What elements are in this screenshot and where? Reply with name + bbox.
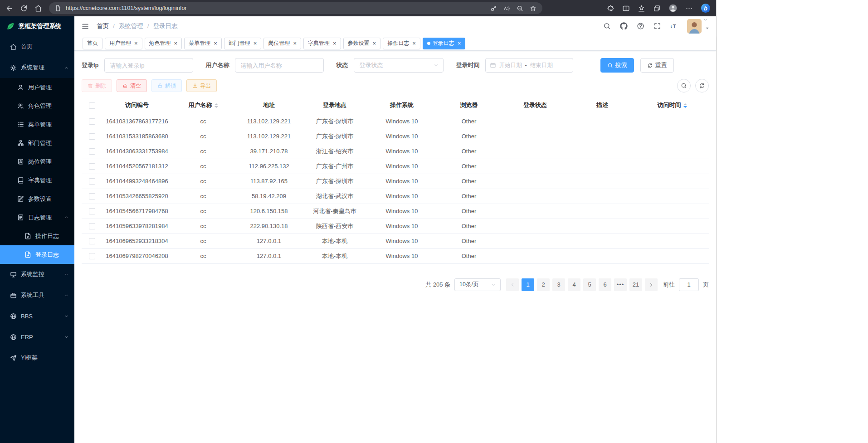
table-row[interactable]: 1641031367863177216cc113.102.129.221广东省-…: [82, 114, 709, 129]
table-row[interactable]: 1641054566717984768cc120.6.150.158河北省-秦皇…: [82, 204, 709, 219]
tab-close-icon[interactable]: ×: [412, 40, 416, 46]
export-button[interactable]: 导出: [186, 79, 217, 92]
hamburger-icon[interactable]: [81, 22, 89, 30]
status-select[interactable]: 登录状态: [354, 58, 444, 73]
tab-close-icon[interactable]: ×: [293, 40, 297, 46]
sidebar-item-yi-framework[interactable]: Yi框架: [0, 347, 74, 368]
tab-close-icon[interactable]: ×: [458, 40, 461, 46]
tab-dict-mgmt[interactable]: 字典管理×: [303, 38, 341, 49]
unlock-button[interactable]: 解锁: [151, 79, 182, 92]
row-checkbox[interactable]: [89, 193, 95, 200]
sidebar-item-log-mgmt[interactable]: 日志管理: [0, 208, 74, 227]
row-checkbox[interactable]: [89, 208, 95, 214]
next-page-button[interactable]: [645, 278, 658, 291]
sidebar-item-login-log[interactable]: 登录日志: [0, 245, 74, 264]
browser-home-icon[interactable]: [34, 5, 42, 12]
row-checkbox[interactable]: [89, 148, 95, 155]
app-logo[interactable]: 意框架管理系统: [0, 16, 74, 36]
page-button-5[interactable]: 5: [583, 278, 596, 291]
page-button-4[interactable]: 4: [568, 278, 580, 291]
date-range-picker[interactable]: 开始日期 - 结束日期: [485, 58, 573, 73]
page-button-3[interactable]: 3: [552, 278, 565, 291]
tab-post-mgmt[interactable]: 岗位管理×: [263, 38, 301, 49]
prev-page-button[interactable]: [506, 278, 519, 291]
row-checkbox[interactable]: [89, 223, 95, 229]
breadcrumb-home[interactable]: 首页: [97, 22, 109, 30]
table-row[interactable]: 1641043063331753984cc39.171.210.78浙江省-绍兴…: [82, 144, 709, 159]
table-row[interactable]: 1641069798270046208cc127.0.0.1本地-本机Windo…: [82, 248, 709, 263]
github-icon[interactable]: [620, 22, 628, 30]
sidebar-collapse-caret-icon[interactable]: [703, 17, 708, 22]
sort-carets-icon[interactable]: [215, 103, 218, 108]
sidebar-item-role-mgmt[interactable]: 角色管理: [0, 97, 74, 115]
refresh-table-button[interactable]: [695, 79, 709, 92]
tab-login-log[interactable]: 登录日志×: [423, 38, 466, 49]
favorites-icon[interactable]: [638, 5, 645, 12]
search-button[interactable]: 搜索: [600, 58, 634, 73]
browser-more-icon[interactable]: [685, 5, 693, 12]
fullscreen-icon[interactable]: [653, 22, 661, 30]
tab-param-settings[interactable]: 参数设置×: [343, 38, 381, 49]
sidebar-item-dict-mgmt[interactable]: 字典管理: [0, 171, 74, 190]
sidebar-item-param-settings[interactable]: 参数设置: [0, 190, 74, 208]
tab-close-icon[interactable]: ×: [134, 40, 138, 46]
tab-user-mgmt[interactable]: 用户管理×: [105, 38, 142, 49]
tab-close-icon[interactable]: ×: [254, 40, 257, 46]
tab-operation-log[interactable]: 操作日志×: [383, 38, 420, 49]
reload-icon[interactable]: [20, 5, 28, 12]
tab-dept-mgmt[interactable]: 部门管理×: [224, 38, 262, 49]
delete-button[interactable]: 删除: [82, 79, 112, 92]
row-checkbox[interactable]: [89, 118, 95, 125]
table-row[interactable]: 1641053426655825920cc58.19.42.209湖北省-武汉市…: [82, 189, 709, 204]
tab-menu-mgmt[interactable]: 菜单管理×: [184, 38, 222, 49]
select-all-checkbox[interactable]: [89, 102, 95, 109]
page-size-select[interactable]: 10条/页: [454, 278, 501, 291]
tab-close-icon[interactable]: ×: [174, 40, 178, 46]
url-text[interactable]: https://ccnetcore.com:1101/system/log/lo…: [66, 5, 486, 11]
tab-close-icon[interactable]: ×: [373, 40, 376, 46]
page-button-21[interactable]: 21: [629, 278, 642, 291]
back-icon[interactable]: [5, 5, 13, 12]
table-row[interactable]: 1641069652933218304cc127.0.0.1本地-本机Windo…: [82, 234, 709, 248]
sidebar-item-system-mgmt[interactable]: 系统管理: [0, 57, 74, 78]
clear-button[interactable]: 清空: [117, 79, 147, 92]
start-date-placeholder[interactable]: 开始日期: [499, 62, 522, 69]
row-checkbox[interactable]: [89, 178, 95, 185]
sidebar-item-erp[interactable]: ERP: [0, 326, 74, 347]
page-button-2[interactable]: 2: [537, 278, 550, 291]
username-input[interactable]: [235, 58, 324, 73]
collections-icon[interactable]: [653, 5, 661, 12]
tab-home[interactable]: 首页: [83, 38, 102, 49]
end-date-placeholder[interactable]: 结束日期: [530, 62, 553, 69]
sidebar-item-operation-log[interactable]: 操作日志: [0, 227, 74, 245]
sidebar-item-bbs[interactable]: BBS: [0, 306, 74, 326]
login-ip-input[interactable]: [104, 58, 193, 73]
pager-more-button[interactable]: •••: [614, 278, 627, 291]
toggle-search-button[interactable]: [677, 79, 691, 92]
read-aloud-icon[interactable]: [503, 5, 510, 12]
page-button-6[interactable]: 6: [599, 278, 611, 291]
sidebar-item-system-tools[interactable]: 系统工具: [0, 285, 74, 306]
sort-carets-icon[interactable]: [683, 103, 687, 108]
table-row[interactable]: 1641059633978281984cc222.90.130.18陕西省-西安…: [82, 219, 709, 234]
sidebar-item-dept-mgmt[interactable]: 部门管理: [0, 134, 74, 152]
address-bar[interactable]: https://ccnetcore.com:1101/system/log/lo…: [49, 2, 542, 14]
row-checkbox[interactable]: [89, 253, 95, 259]
column-header-用户名称[interactable]: 用户名称: [171, 97, 235, 114]
table-row[interactable]: 1641031533185863680cc113.102.129.221广东省-…: [82, 129, 709, 144]
column-header-访问时间[interactable]: 访问时间: [635, 97, 709, 114]
goto-page-input[interactable]: [679, 278, 699, 291]
sidebar-item-system-monitor[interactable]: 系统监控: [0, 264, 74, 285]
split-screen-icon[interactable]: [622, 5, 630, 12]
sidebar-item-post-mgmt[interactable]: 岗位管理: [0, 152, 74, 171]
add-favorite-icon[interactable]: [530, 5, 536, 12]
table-row[interactable]: 1641044993248464896cc113.87.92.165广东省-深圳…: [82, 174, 709, 189]
extensions-icon[interactable]: [607, 5, 614, 12]
sidebar-item-user-mgmt[interactable]: 用户管理: [0, 78, 74, 97]
password-key-icon[interactable]: [490, 5, 497, 12]
row-checkbox[interactable]: [89, 163, 95, 170]
user-avatar[interactable]: [687, 19, 702, 34]
tab-close-icon[interactable]: ×: [214, 40, 217, 46]
tab-role-mgmt[interactable]: 角色管理×: [145, 38, 182, 49]
browser-profile-avatar[interactable]: [668, 4, 678, 13]
